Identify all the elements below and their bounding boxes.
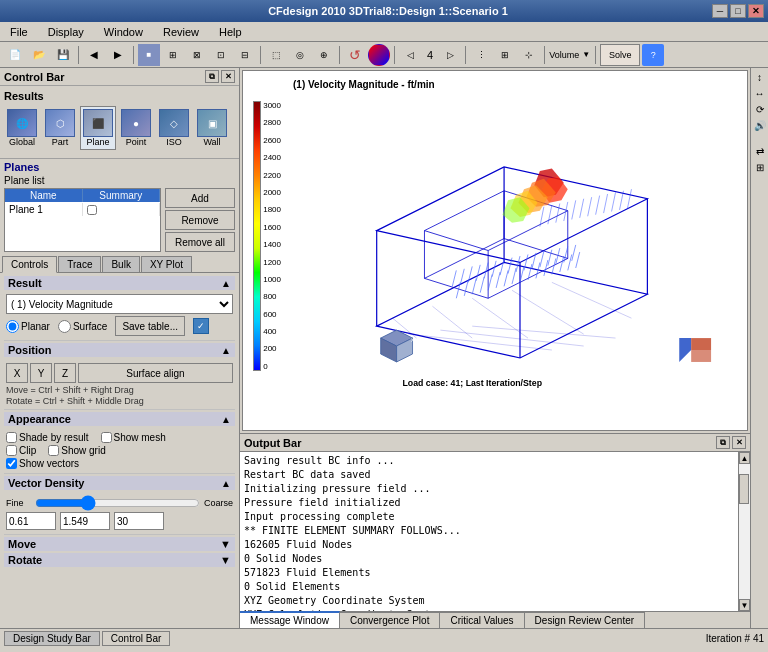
save-table-button[interactable]: Save table... — [115, 316, 185, 336]
toolbar-save[interactable]: 💾 — [52, 44, 74, 66]
appearance-section-header[interactable]: Appearance ▲ — [4, 412, 235, 426]
result-iso-btn[interactable]: ◇ ISO — [156, 106, 192, 150]
vector-density-header[interactable]: Vector Density ▲ — [4, 476, 235, 490]
remove-all-planes-button[interactable]: Remove all — [165, 232, 235, 252]
output-tab-message[interactable]: Message Window — [240, 611, 340, 628]
minimize-button[interactable]: ─ — [712, 4, 728, 18]
toolbar-btn3[interactable]: ⊠ — [186, 44, 208, 66]
planar-radio-label[interactable]: Planar — [6, 320, 50, 333]
x-button[interactable]: X — [6, 363, 28, 383]
show-mesh-checkbox[interactable] — [101, 432, 112, 443]
result-part-btn[interactable]: ⬡ Part — [42, 106, 78, 150]
surface-radio[interactable] — [58, 320, 71, 333]
result-plane-btn[interactable]: ⬛ Plane — [80, 106, 116, 150]
window-controls[interactable]: ─ □ ✕ — [712, 4, 764, 18]
menu-help[interactable]: Help — [213, 25, 248, 39]
tab-xyplot[interactable]: XY Plot — [141, 256, 192, 272]
toolbar-solve[interactable]: Solve — [600, 44, 640, 66]
density-input-3[interactable] — [114, 512, 164, 530]
output-tab-convergence[interactable]: Convergence Plot — [340, 612, 441, 628]
rs-icon-3[interactable]: ⟳ — [753, 102, 767, 116]
surface-radio-label[interactable]: Surface — [58, 320, 107, 333]
toolbar-btn2[interactable]: ⊞ — [162, 44, 184, 66]
toolbar-mesh[interactable]: ⋮ — [470, 44, 492, 66]
toolbar-help[interactable]: ? — [642, 44, 664, 66]
density-input-1[interactable] — [6, 512, 56, 530]
toolbar-grid[interactable]: ⊞ — [494, 44, 516, 66]
toolbar-open[interactable]: 📂 — [28, 44, 50, 66]
output-tab-critical[interactable]: Critical Values — [440, 612, 524, 628]
result-dropdown[interactable]: ( 1) Velocity Magnitude — [6, 294, 233, 314]
surface-align-button[interactable]: Surface align — [78, 363, 233, 383]
output-tab-design-review[interactable]: Design Review Center — [525, 612, 646, 628]
tab-trace[interactable]: Trace — [58, 256, 101, 272]
close-button[interactable]: ✕ — [748, 4, 764, 18]
cb-close-button[interactable]: ✕ — [221, 70, 235, 83]
toolbar-btn1[interactable]: ■ — [138, 44, 160, 66]
menu-file[interactable]: File — [4, 25, 34, 39]
show-vectors-checkbox[interactable] — [6, 458, 17, 469]
plane1-summary-checkbox[interactable] — [87, 205, 97, 215]
density-input-2[interactable] — [60, 512, 110, 530]
shade-by-result-label[interactable]: Shade by result — [6, 432, 89, 443]
move-section-header[interactable]: Move ▼ — [4, 537, 235, 551]
position-subsection: Position ▲ X Y Z Surface align Move = Ct… — [4, 343, 235, 410]
position-section-content: X Y Z Surface align Move = Ctrl + Shift … — [4, 359, 235, 409]
planar-radio[interactable] — [6, 320, 19, 333]
result-section-header[interactable]: Result ▲ — [4, 276, 235, 290]
rs-icon-2[interactable]: ↔ — [753, 86, 767, 100]
menu-window[interactable]: Window — [98, 25, 149, 39]
scroll-up-button[interactable]: ▲ — [739, 452, 750, 464]
density-slider[interactable] — [35, 496, 200, 510]
result-toggle-icon: ▲ — [221, 278, 231, 289]
result-point-btn[interactable]: ● Point — [118, 106, 154, 150]
toolbar-volume-arrow[interactable]: ▼ — [581, 44, 591, 66]
maximize-button[interactable]: □ — [730, 4, 746, 18]
toolbar-btn5[interactable]: ⊟ — [234, 44, 256, 66]
result-wall-btn[interactable]: ▣ Wall — [194, 106, 230, 150]
menu-display[interactable]: Display — [42, 25, 90, 39]
show-grid-label[interactable]: Show grid — [48, 445, 105, 456]
scroll-thumb[interactable] — [739, 474, 749, 504]
show-grid-checkbox[interactable] — [48, 445, 59, 456]
toolbar-btn7[interactable]: ◎ — [289, 44, 311, 66]
toolbar-iter-fwd[interactable]: ▷ — [439, 44, 461, 66]
output-line-7: 162605 Fluid Nodes — [244, 538, 734, 552]
rs-icon-6[interactable]: ⊞ — [753, 160, 767, 174]
rs-icon-1[interactable]: ↕ — [753, 70, 767, 84]
z-button[interactable]: Z — [54, 363, 76, 383]
shade-by-result-checkbox[interactable] — [6, 432, 17, 443]
toolbar-btn4[interactable]: ⊡ — [210, 44, 232, 66]
toolbar-rotate[interactable]: ↺ — [344, 44, 366, 66]
status-tab-control-bar[interactable]: Control Bar — [102, 631, 171, 646]
toolbar-xyz[interactable]: ⊹ — [518, 44, 540, 66]
show-mesh-label[interactable]: Show mesh — [101, 432, 166, 443]
status-tab-design-study[interactable]: Design Study Bar — [4, 631, 100, 646]
rotate-section-header[interactable]: Rotate ▼ — [4, 553, 235, 567]
tab-bulk[interactable]: Bulk — [102, 256, 139, 272]
toolbar-forward[interactable]: ▶ — [107, 44, 129, 66]
toolbar-color[interactable] — [368, 44, 390, 66]
toolbar-back[interactable]: ◀ — [83, 44, 105, 66]
clip-label[interactable]: Clip — [6, 445, 36, 456]
position-section-header[interactable]: Position ▲ — [4, 343, 235, 357]
cb-float-button[interactable]: ⧉ — [205, 70, 219, 83]
show-vectors-label[interactable]: Show vectors — [6, 458, 79, 469]
y-button[interactable]: Y — [30, 363, 52, 383]
output-float-button[interactable]: ⧉ — [716, 436, 730, 449]
output-close-button[interactable]: ✕ — [732, 436, 746, 449]
rs-icon-4[interactable]: 🔊 — [753, 118, 767, 132]
scroll-down-button[interactable]: ▼ — [739, 599, 750, 611]
toolbar-btn8[interactable]: ⊕ — [313, 44, 335, 66]
rs-icon-5[interactable]: ⇄ — [753, 144, 767, 158]
toolbar-btn6[interactable]: ⬚ — [265, 44, 287, 66]
remove-plane-button[interactable]: Remove — [165, 210, 235, 230]
toolbar-sep-4 — [339, 46, 340, 64]
result-global-btn[interactable]: 🌐 Global — [4, 106, 40, 150]
clip-checkbox[interactable] — [6, 445, 17, 456]
tab-controls[interactable]: Controls — [2, 256, 57, 273]
add-plane-button[interactable]: Add — [165, 188, 235, 208]
toolbar-iter[interactable]: ◁ — [399, 44, 421, 66]
toolbar-new[interactable]: 📄 — [4, 44, 26, 66]
menu-review[interactable]: Review — [157, 25, 205, 39]
